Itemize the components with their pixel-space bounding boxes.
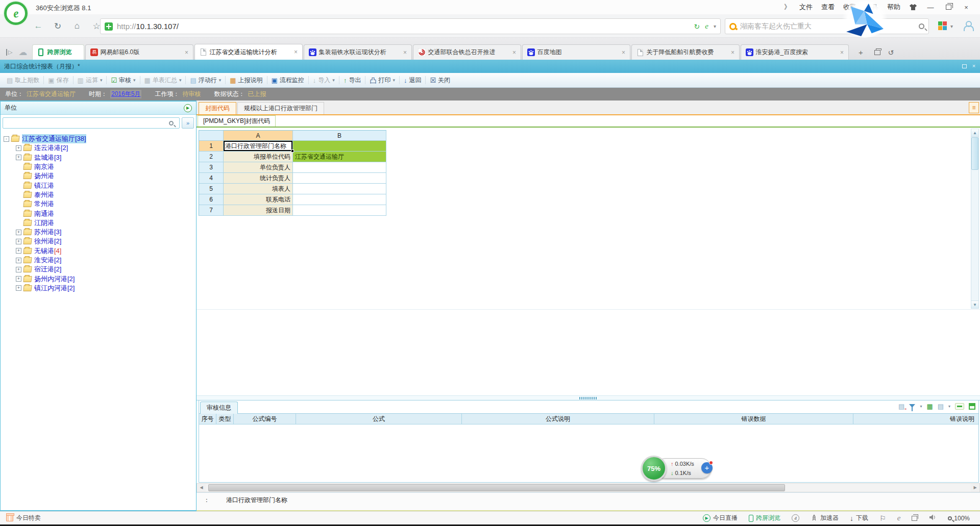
tree-item[interactable]: 常州港 [4, 199, 196, 209]
subtab-pmdm-gkyb[interactable]: [PMDM_GKYB]封面代码 [198, 115, 276, 127]
tree-expand-icon[interactable]: + [16, 267, 21, 272]
tree-item[interactable]: +扬州内河港[2] [4, 274, 196, 283]
tree-collapse-icon[interactable]: - [4, 136, 9, 142]
tree-expand-icon[interactable]: + [16, 239, 21, 244]
col-seq[interactable]: 序号 [199, 414, 216, 424]
cell-A6[interactable]: 联系电话 [224, 194, 293, 205]
tab-cover-code[interactable]: 封面代码 [199, 102, 236, 114]
tree-item[interactable]: +徐州港[2] [4, 237, 196, 246]
fetch-previous-button[interactable]: ▤取上期数 [3, 74, 43, 86]
scroll-right-icon[interactable]: ▶ [971, 484, 979, 492]
fill-handle[interactable] [291, 149, 294, 153]
tree-expand-icon[interactable]: + [16, 258, 21, 263]
tree-expand-icon[interactable]: + [16, 155, 21, 160]
unit-search-icon[interactable] [169, 121, 174, 126]
preview-icon[interactable]: ▤ [938, 403, 944, 410]
print-button[interactable]: 凸打印▾ [366, 74, 399, 86]
row-header[interactable]: 2 [199, 152, 224, 162]
tab-list-icon[interactable] [874, 50, 880, 55]
tree-item[interactable]: +无锡港[4] [4, 246, 196, 256]
reopen-tab-icon[interactable]: ↺ [888, 48, 894, 57]
tree-expand-icon[interactable]: + [16, 145, 21, 151]
grid-corner[interactable] [199, 131, 224, 141]
tree-expand-icon[interactable]: + [16, 230, 21, 235]
scrollbar-thumb[interactable] [971, 137, 978, 170]
page-zoom-item[interactable]: 100% [948, 515, 970, 522]
memory-percent-ball[interactable]: 75% [641, 456, 667, 481]
scroll-left-icon[interactable]: ◀ [197, 484, 206, 492]
cell-B7[interactable] [293, 205, 386, 216]
tab-close-icon[interactable]: × [510, 49, 518, 56]
tree-expand-icon[interactable]: + [16, 285, 21, 291]
skin-icon[interactable] [909, 4, 917, 11]
cell-B6[interactable] [293, 194, 386, 205]
cell-A1-selected[interactable]: 港口行政管理部门名称 [224, 141, 293, 152]
tab-ministry-rail[interactable]: 交通部联合铁总召开推进 × [413, 44, 521, 60]
cell-B3[interactable] [293, 162, 386, 173]
apps-dropdown-icon[interactable]: ▾ [950, 23, 953, 29]
return-button[interactable]: ↓退回 [400, 74, 425, 86]
tree-item[interactable]: +镇江内河港[2] [4, 284, 196, 293]
table-summary-button[interactable]: ▦单表汇总▾ [141, 74, 185, 86]
tab-close-icon[interactable]: × [401, 49, 408, 56]
cell-A5[interactable]: 填表人 [224, 184, 293, 194]
process-monitor-button[interactable]: ▣流程监控 [268, 74, 308, 86]
cell-B2[interactable]: 江苏省交通运输厅 [293, 152, 386, 162]
clear-results-icon[interactable]: ▤× [898, 403, 904, 410]
tab-jiangsu-transport-active[interactable]: 江苏省交通运输统计分析 × [194, 44, 303, 60]
tree-item[interactable]: 扬州港 [4, 171, 196, 181]
apps-grid-icon[interactable] [938, 21, 947, 30]
url-box[interactable]: http:// 10.1.30.107/ ↻ e ▾ [100, 18, 721, 34]
restore-button[interactable] [944, 4, 953, 11]
tree-item[interactable]: +盐城港[3] [4, 153, 196, 162]
calculate-button[interactable]: ▥运算▾ [74, 74, 106, 86]
cell-A3[interactable]: 单位负责人 [224, 162, 293, 173]
report-restore-icon[interactable] [962, 64, 967, 68]
row-header[interactable]: 1 [199, 141, 224, 152]
unit-search-input[interactable] [3, 117, 180, 129]
accelerator-item[interactable]: 加速器 [811, 514, 839, 522]
ie-compat-icon[interactable]: e [897, 514, 901, 522]
tree-item[interactable]: +宿迁港[2] [4, 265, 196, 274]
tab-close-icon[interactable]: × [183, 49, 190, 56]
tabs-overflow-button[interactable]: ≡ [969, 102, 979, 113]
import-button[interactable]: ↓导入▾ [309, 74, 338, 86]
tab-port-admin[interactable]: 规模以上港口行政管理部门 [237, 102, 324, 114]
cell-A4[interactable]: 统计负责人 [224, 173, 293, 184]
preview-dropdown-icon[interactable]: ▾ [948, 404, 950, 409]
tree-item[interactable]: 镇江港 [4, 181, 196, 190]
tab-netease-mail[interactable]: 易 网易邮箱6.0版 × [85, 44, 193, 60]
tab-close-icon[interactable]: × [729, 49, 736, 56]
tree-item[interactable]: 南通港 [4, 209, 196, 218]
speed-mode-icon[interactable]: e [705, 22, 708, 31]
filter-dropdown-icon[interactable]: ▾ [920, 404, 922, 409]
scroll-up-icon[interactable]: ▲ [971, 129, 978, 137]
tab-container-rail[interactable]: 集装箱铁水联运现状分析 × [304, 44, 412, 60]
column-header-A[interactable]: A [224, 131, 293, 141]
tree-item[interactable]: 南京港 [4, 162, 196, 171]
live-today-item[interactable]: ▶今日直播 [703, 514, 738, 522]
search-icon[interactable] [919, 23, 924, 29]
scrollbar-thumb[interactable] [208, 484, 785, 491]
search-input[interactable]: 湖南客车起火伤亡重大 [740, 22, 812, 31]
col-formula-no[interactable]: 公式编号 [234, 414, 296, 424]
report-note-button[interactable]: ▦上报说明 [226, 74, 266, 86]
row-header[interactable]: 5 [199, 184, 224, 194]
col-formula[interactable]: 公式 [296, 414, 462, 424]
search-more-button[interactable]: » [182, 117, 194, 129]
col-formula-desc[interactable]: 公式说明 [462, 414, 654, 424]
col-error-data[interactable]: 错误数据 [654, 414, 853, 424]
save-button[interactable]: ▣保存 [44, 74, 72, 86]
chevron-icon[interactable]: 》 [784, 3, 791, 12]
cell-A2[interactable]: 填报单位代码 [224, 152, 293, 162]
tab-huaian-search[interactable]: 淮安扬港_百度搜索 × [741, 44, 849, 60]
compat-mode-icon[interactable]: 4 [792, 514, 799, 522]
export-excel-icon[interactable]: ▦ [926, 403, 933, 410]
sheet-vertical-scrollbar[interactable]: ▲ ▼ [971, 129, 979, 309]
cross-screen-item[interactable]: 跨屏浏览 [749, 514, 780, 522]
horizontal-scrollbar[interactable]: ◀ ▶ [197, 483, 980, 492]
refresh-button[interactable]: ↻ [52, 21, 63, 32]
login-user-icon[interactable] [963, 20, 973, 31]
speaker-icon[interactable] [928, 514, 937, 522]
panel-minimize-button[interactable] [955, 403, 964, 410]
